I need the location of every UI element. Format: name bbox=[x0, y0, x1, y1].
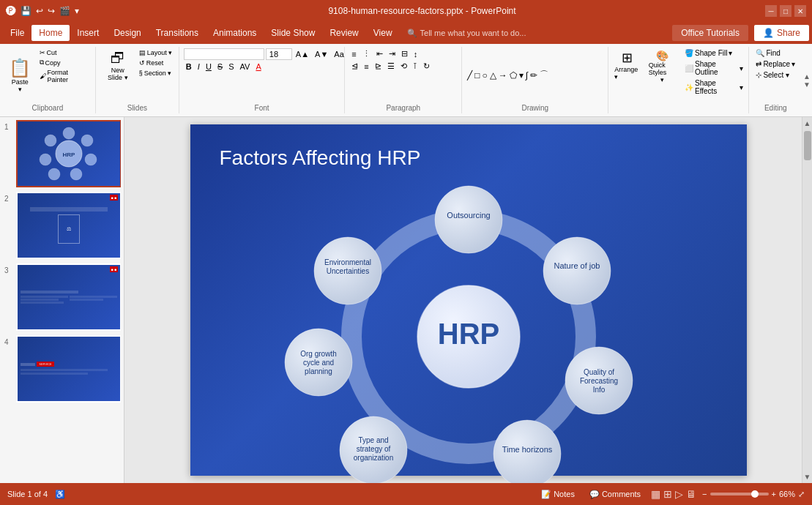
bold-btn[interactable]: B bbox=[184, 61, 194, 72]
svg-text:Info: Info bbox=[592, 386, 605, 394]
reading-view-btn[interactable]: ▷ bbox=[675, 488, 683, 500]
shape-connector[interactable]: ⌒ bbox=[539, 68, 549, 82]
shape-arrow[interactable]: → bbox=[498, 70, 508, 81]
shape-rect[interactable]: □ bbox=[474, 70, 480, 81]
shape-circle[interactable]: ○ bbox=[482, 70, 488, 81]
columns-btn[interactable]: ⊟ bbox=[399, 48, 410, 59]
fit-slide-btn[interactable]: ⤢ bbox=[798, 490, 805, 499]
shape-line[interactable]: ╱ bbox=[466, 70, 473, 81]
menu-animations[interactable]: Animations bbox=[206, 25, 264, 41]
strikethrough-btn[interactable]: S bbox=[215, 61, 225, 72]
cut-btn[interactable]: ✂ Cut bbox=[37, 48, 91, 57]
menu-bar-right: Office Tutorials 👤 Share bbox=[672, 25, 809, 41]
zoom-slider[interactable] bbox=[710, 493, 769, 495]
copy-btn[interactable]: ⧉ Copy bbox=[37, 58, 91, 67]
notes-btn[interactable]: 📝 Notes bbox=[537, 488, 579, 501]
replace-btn[interactable]: ⇄ Replace ▾ bbox=[753, 59, 797, 69]
menu-file[interactable]: File bbox=[3, 25, 31, 41]
menu-design[interactable]: Design bbox=[106, 25, 148, 41]
reset-btn[interactable]: ↺ Reset bbox=[137, 59, 174, 67]
share-btn[interactable]: 👤 Share bbox=[754, 25, 809, 41]
slide-thumb-4[interactable]: SERVICE bbox=[16, 335, 121, 403]
paragraph-label: Paragraph bbox=[386, 104, 420, 112]
shape-freeform[interactable]: ✏ bbox=[529, 70, 538, 81]
normal-view-btn[interactable]: ▦ bbox=[651, 488, 660, 500]
slideshow-btn[interactable]: 🖥 bbox=[686, 488, 696, 500]
increase-indent-btn[interactable]: ⇥ bbox=[387, 48, 398, 59]
shape-fill-btn[interactable]: 🪣 Shape Fill ▾ bbox=[682, 48, 745, 58]
shape-triangle[interactable]: △ bbox=[489, 70, 497, 81]
ribbon: 📋 Paste ▾ ✂ Cut ⧉ Copy 🖌 Format Painter … bbox=[0, 44, 812, 117]
menu-view[interactable]: View bbox=[366, 25, 400, 41]
numbered-btn[interactable]: ⋮ bbox=[360, 48, 373, 59]
zoom-in-btn[interactable]: + bbox=[772, 490, 776, 498]
shape-curve[interactable]: ∫ bbox=[525, 70, 529, 81]
arrange-label: Arrange ▾ bbox=[614, 66, 639, 81]
quick-present[interactable]: 🎬 bbox=[59, 6, 70, 16]
scroll-down-btn[interactable]: ▼ bbox=[802, 471, 812, 483]
underline-btn[interactable]: U bbox=[204, 61, 214, 72]
menu-slideshow[interactable]: Slide Show bbox=[264, 25, 322, 41]
arrange-btn[interactable]: ⊞ Arrange ▾ bbox=[611, 48, 642, 82]
justify-btn[interactable]: ☰ bbox=[385, 61, 397, 72]
layout-btn[interactable]: ▤ Layout ▾ bbox=[137, 48, 174, 57]
quick-save[interactable]: 💾 bbox=[21, 6, 31, 16]
comments-btn[interactable]: 💬 Comments bbox=[585, 488, 645, 501]
slide-thumb-inner-3: ■ ■ bbox=[18, 265, 120, 329]
shape-effects-btn[interactable]: ✨ Shape Effects ▾ bbox=[682, 78, 745, 96]
slide-thumb-2[interactable]: ⚖ ■ ■ bbox=[16, 192, 121, 259]
slide-canvas[interactable]: Factors Affecting HRP Outsourcing Nature… bbox=[190, 124, 747, 476]
quick-redo[interactable]: ↪ bbox=[48, 6, 55, 16]
font-increase-btn[interactable]: A▲ bbox=[294, 49, 311, 59]
slide-thumb-1[interactable]: HRP bbox=[16, 120, 121, 187]
font-decrease-btn[interactable]: A▼ bbox=[313, 49, 330, 59]
align-center-btn[interactable]: ≡ bbox=[362, 61, 370, 72]
menu-insert[interactable]: Insert bbox=[70, 25, 106, 41]
reset-icon: ↺ bbox=[139, 59, 145, 67]
clipboard-group: 📋 Paste ▾ ✂ Cut ⧉ Copy 🖌 Format Painter … bbox=[0, 47, 96, 113]
italic-btn[interactable]: I bbox=[195, 61, 202, 72]
font-size-input[interactable] bbox=[266, 48, 292, 60]
font-color-btn[interactable]: A bbox=[253, 61, 263, 72]
select-btn[interactable]: ⊹ Select ▾ bbox=[753, 70, 797, 80]
ribbon-scroll-up[interactable]: ▲ bbox=[803, 72, 811, 81]
text-dir-btn[interactable]: ⟲ bbox=[398, 61, 409, 72]
shape-pentagon[interactable]: ⬠ bbox=[509, 70, 518, 81]
close-btn[interactable]: ✕ bbox=[794, 5, 806, 17]
decrease-indent-btn[interactable]: ⇤ bbox=[374, 48, 385, 59]
zoom-level[interactable]: 66% bbox=[779, 490, 795, 498]
slide-thumb-3[interactable]: ■ ■ bbox=[16, 263, 121, 331]
arrange-icon: ⊞ bbox=[622, 50, 633, 66]
char-spacing-btn[interactable]: AV bbox=[238, 61, 253, 72]
zoom-out-btn[interactable]: − bbox=[702, 490, 707, 498]
font-name-input[interactable] bbox=[184, 48, 264, 60]
menu-transitions[interactable]: Transitions bbox=[149, 25, 206, 41]
find-btn[interactable]: 🔍 Find bbox=[753, 48, 797, 58]
quick-undo[interactable]: ↩ bbox=[36, 6, 43, 16]
line-spacing-btn[interactable]: ↕ bbox=[411, 49, 420, 59]
paste-btn[interactable]: 📋 Paste ▾ bbox=[4, 48, 36, 102]
minimize-btn[interactable]: ─ bbox=[765, 5, 777, 17]
section-btn[interactable]: § Section ▾ bbox=[137, 69, 174, 78]
align-left-btn[interactable]: ⊴ bbox=[349, 61, 360, 72]
ribbon-scroll-down[interactable]: ▼ bbox=[803, 81, 811, 89]
format-painter-btn[interactable]: 🖌 Format Painter bbox=[37, 68, 91, 84]
clear-format-btn[interactable]: Aa bbox=[332, 49, 346, 59]
restore-btn[interactable]: □ bbox=[780, 5, 791, 17]
menu-search[interactable]: 🔍 Tell me what you want to do... bbox=[400, 26, 534, 41]
bullets-btn[interactable]: ≡ bbox=[349, 49, 358, 59]
shape-more[interactable]: ▾ bbox=[518, 70, 524, 81]
menu-review[interactable]: Review bbox=[322, 25, 365, 41]
smartart-btn[interactable]: ↻ bbox=[421, 61, 432, 72]
shape-outline-btn[interactable]: ⬜ Shape Outline ▾ bbox=[682, 59, 745, 77]
quick-styles-btn[interactable]: 🎨 Quick Styles ▾ bbox=[646, 48, 679, 85]
new-slide-btn[interactable]: 🗗 New Slide ▾ bbox=[100, 48, 135, 102]
shadow-btn[interactable]: S bbox=[226, 61, 236, 72]
align-right-btn[interactable]: ⊵ bbox=[373, 61, 384, 72]
scroll-thumb[interactable] bbox=[804, 131, 811, 160]
menu-home[interactable]: Home bbox=[31, 25, 70, 41]
slide-sort-btn[interactable]: ⊞ bbox=[663, 488, 672, 500]
scroll-up-btn[interactable]: ▲ bbox=[802, 117, 812, 130]
office-tutorials-btn[interactable]: Office Tutorials bbox=[672, 25, 748, 41]
text-align-btn[interactable]: ⊺ bbox=[411, 61, 420, 72]
